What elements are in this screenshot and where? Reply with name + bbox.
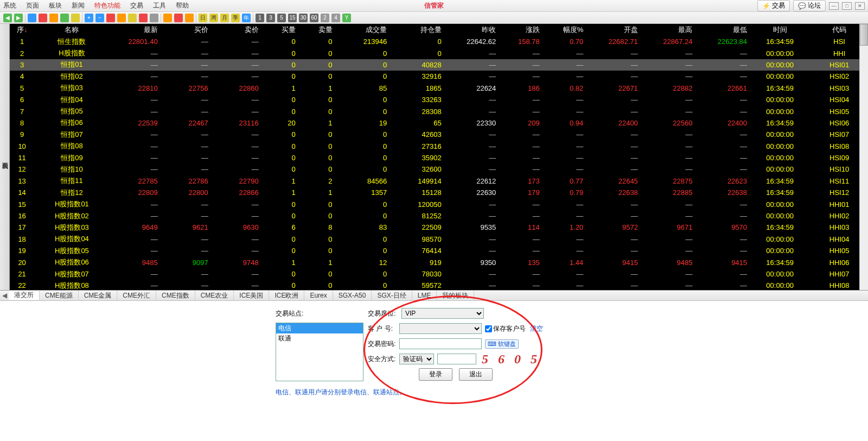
softkeyboard-button[interactable]: ⌨ 软键盘 — [485, 339, 519, 349]
trade-button[interactable]: ⚡交易 — [757, 0, 790, 11]
fwd-icon[interactable]: ▶ — [14, 14, 23, 22]
2hr-icon[interactable]: 2 — [321, 14, 329, 22]
col-9[interactable]: 昨收 — [444, 24, 499, 36]
table-row[interactable]: 10恒指08———00027316——————00:00:00HSI08 — [10, 141, 868, 152]
site-list[interactable]: 电信联通 — [276, 323, 363, 381]
col-1[interactable]: 名称 — [34, 24, 109, 36]
save-checkbox[interactable] — [485, 325, 492, 332]
col-5[interactable]: 买量 — [261, 24, 298, 36]
col-3[interactable]: 买价 — [160, 24, 210, 36]
close-icon[interactable]: ✕ — [855, 2, 865, 10]
tab-10[interactable]: SGX-日经 — [372, 291, 412, 300]
4hr-icon[interactable]: 4 — [331, 14, 340, 22]
day-icon[interactable]: 日 — [199, 14, 207, 22]
tab-3[interactable]: CME外汇 — [117, 291, 156, 300]
calendar-icon[interactable] — [163, 14, 172, 22]
vertical-scrollbar[interactable] — [859, 24, 868, 290]
5m-icon[interactable]: 5 — [277, 14, 286, 22]
nav3-icon[interactable] — [49, 14, 58, 22]
table-row[interactable]: 8恒指062253922467231162011965223302090.942… — [10, 117, 868, 129]
site-option-1[interactable]: 联通 — [276, 333, 363, 344]
back-icon[interactable]: ◀ — [3, 14, 12, 22]
tab-prev-icon[interactable]: ◀ — [0, 292, 9, 299]
60m-icon[interactable]: 60 — [310, 14, 318, 22]
pen-icon[interactable] — [117, 14, 126, 22]
tab-11[interactable]: LME — [412, 291, 437, 300]
tab-2[interactable]: CME金属 — [79, 291, 118, 300]
tab-1[interactable]: CME能源 — [40, 291, 79, 300]
menu-1[interactable]: 页面 — [26, 1, 39, 10]
30m-icon[interactable]: 30 — [299, 14, 308, 22]
table-row[interactable]: 2H股指数———0000——————00:00:00HHI — [10, 47, 868, 59]
menu-4[interactable]: 特色功能 — [94, 1, 120, 10]
tab-12[interactable]: 我的板块 — [437, 291, 474, 300]
bell-icon[interactable] — [128, 14, 137, 22]
table-row[interactable]: 9恒指07———00042603——————00:00:00HSI07 — [10, 129, 868, 140]
tab-7[interactable]: ICE欧洲 — [269, 291, 304, 300]
table-row[interactable]: 20H股指数06948590979748111291993501351.4494… — [10, 256, 868, 268]
table-row[interactable]: 5恒指0322810227562286011851865226241860.82… — [10, 83, 868, 94]
site-option-0[interactable]: 电信 — [276, 323, 363, 333]
maximize-icon[interactable]: □ — [842, 2, 852, 10]
table-row[interactable]: 19H股指数05———00076414——————00:00:00HHI05 — [10, 245, 868, 256]
captcha-input[interactable] — [437, 354, 476, 364]
forum-button[interactable]: 💬论坛 — [793, 0, 826, 11]
menu-7[interactable]: 帮助 — [176, 1, 189, 10]
1m-icon[interactable]: 1 — [256, 14, 264, 22]
col-8[interactable]: 持仓量 — [389, 24, 444, 36]
exit-button[interactable]: 退出 — [459, 368, 493, 381]
table-row[interactable]: 7恒指05———00028308——————00:00:00HSI05 — [10, 105, 868, 117]
3m-icon[interactable]: 3 — [266, 14, 275, 22]
nav2-icon[interactable] — [39, 14, 47, 22]
table-row[interactable]: 12恒指10———00032600——————00:00:00HSI10 — [10, 163, 868, 175]
nav4-icon[interactable] — [60, 14, 69, 22]
security-select[interactable]: 验证码 — [399, 354, 434, 364]
table-row[interactable]: 3恒指01———00040828——————00:00:00HSI01 — [10, 59, 868, 71]
col-15[interactable]: 时间 — [749, 24, 810, 36]
tab-9[interactable]: SGX-A50 — [333, 291, 372, 300]
table-row[interactable]: 21H股指数07———00078030——————00:00:00HHI07 — [10, 268, 868, 280]
clear-link[interactable]: 清空 — [530, 324, 543, 333]
year-icon[interactable]: 年 — [242, 14, 251, 22]
menu-0[interactable]: 系统 — [3, 1, 16, 10]
col-12[interactable]: 开盘 — [585, 24, 640, 36]
y-icon[interactable]: Y — [342, 14, 351, 22]
nav1-icon[interactable] — [28, 14, 36, 22]
col-10[interactable]: 涨跌 — [498, 24, 541, 36]
password-input[interactable] — [399, 338, 482, 349]
col-0[interactable]: 序↓ — [10, 24, 34, 36]
login-button[interactable]: 登录 — [419, 368, 452, 381]
table-row[interactable]: 17H股指数0396499621963068832250995351141.20… — [10, 222, 868, 233]
col-14[interactable]: 最低 — [694, 24, 749, 36]
tab-8[interactable]: Eurex — [304, 291, 333, 300]
tab-4[interactable]: CME指数 — [156, 291, 195, 300]
15m-icon[interactable]: 15 — [288, 14, 297, 22]
month-icon[interactable]: 月 — [220, 14, 229, 22]
flag-icon[interactable] — [139, 14, 148, 22]
table-row[interactable]: 14恒指122280922800228661113571512822630179… — [10, 187, 868, 198]
nav5-icon[interactable] — [71, 14, 80, 22]
table-row[interactable]: 1恒生指数22801.40——00213946022642.62158.780.… — [10, 36, 868, 47]
tab-5[interactable]: CME农业 — [195, 291, 234, 300]
seat-select[interactable]: VIP — [401, 308, 484, 319]
minimize-icon[interactable]: — — [829, 2, 839, 10]
menu-3[interactable]: 新闻 — [72, 1, 85, 10]
menu-5[interactable]: 交易 — [130, 1, 143, 10]
menu-6[interactable]: 工具 — [153, 1, 166, 10]
table-row[interactable]: 11恒指09———00035902——————00:00:00HSI09 — [10, 152, 868, 163]
table-row[interactable]: 16H股指数02———00081252——————00:00:00HHI02 — [10, 210, 868, 222]
customer-input[interactable] — [399, 323, 482, 334]
lock-icon[interactable] — [150, 14, 158, 22]
zoomin-icon[interactable]: + — [85, 14, 93, 22]
tab-0[interactable]: 港交所 — [9, 290, 40, 300]
col-4[interactable]: 卖价 — [210, 24, 261, 36]
tick-icon[interactable] — [185, 14, 194, 22]
table-row[interactable]: 6恒指04———00033263——————00:00:00HSI04 — [10, 94, 868, 105]
col-13[interactable]: 最高 — [640, 24, 695, 36]
table-row[interactable]: 18H股指数04———00098570——————00:00:00HHI04 — [10, 234, 868, 245]
table-row[interactable]: 4恒指02———00032916——————00:00:00HSI02 — [10, 71, 868, 82]
col-2[interactable]: 最新 — [110, 24, 160, 36]
zoomout-icon[interactable]: − — [95, 14, 104, 22]
col-6[interactable]: 卖量 — [298, 24, 335, 36]
table-row[interactable]: 15H股指数01———000120050——————00:00:00HHI01 — [10, 198, 868, 210]
